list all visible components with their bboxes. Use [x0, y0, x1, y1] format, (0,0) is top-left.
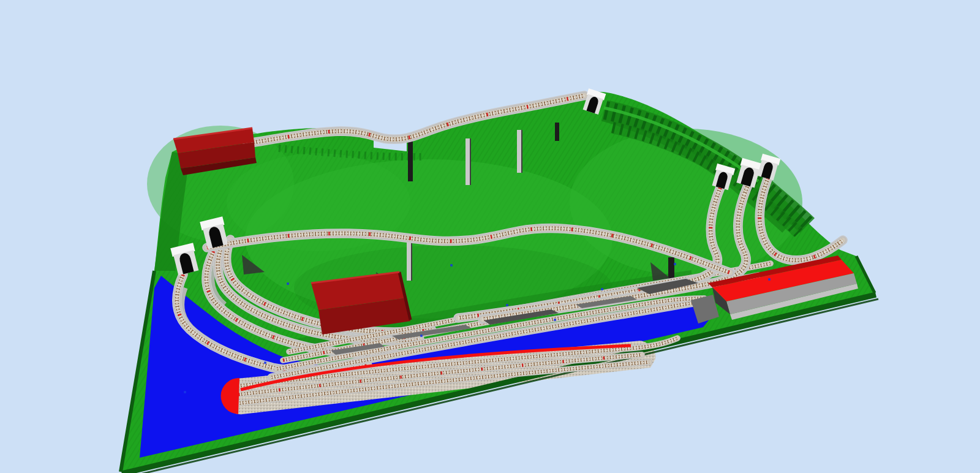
pier-shadow-edge	[411, 243, 412, 281]
3d-viewport[interactable]	[0, 0, 980, 473]
control-point-dot	[768, 278, 771, 281]
control-point-dot	[601, 288, 603, 290]
control-point-dot	[287, 282, 289, 285]
viaduct-pier	[408, 141, 413, 181]
pier-shadow-edge	[521, 130, 522, 173]
control-point-dot	[420, 335, 423, 337]
control-point-dot	[450, 264, 453, 267]
viaduct-pier	[555, 123, 559, 141]
pier-shadow-edge	[470, 138, 471, 185]
control-point-dot	[184, 391, 186, 393]
control-point-dot	[264, 361, 266, 364]
control-point-dot	[674, 263, 676, 265]
control-point-dot	[506, 304, 508, 306]
3d-scene	[0, 0, 980, 473]
control-point-dot	[554, 319, 556, 321]
